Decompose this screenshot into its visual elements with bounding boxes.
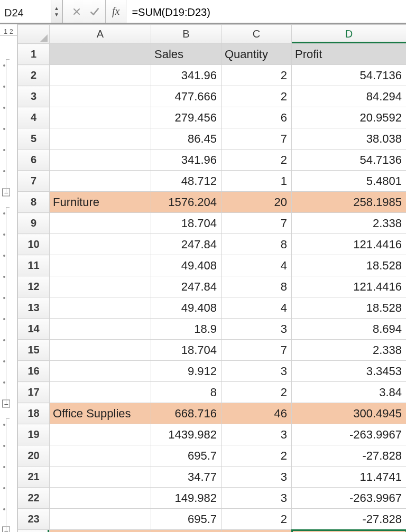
row-header[interactable]: 23: [18, 509, 50, 530]
cell-A11[interactable]: [50, 255, 151, 276]
cell-D23[interactable]: -27.828: [292, 509, 407, 530]
cell-A5[interactable]: [50, 128, 151, 150]
outline-level-header[interactable]: 1 2: [0, 24, 17, 36]
row-header[interactable]: 5: [18, 128, 50, 150]
cell-C10[interactable]: 8: [222, 234, 292, 255]
cell-C15[interactable]: 7: [222, 340, 292, 361]
chevron-up-icon[interactable]: ▲: [51, 5, 62, 12]
cell-B21[interactable]: 34.77: [151, 466, 222, 488]
row-header[interactable]: 3: [18, 86, 50, 107]
cell-C21[interactable]: 3: [222, 466, 292, 488]
cell-B9[interactable]: 18.704: [151, 213, 222, 234]
cell-D10[interactable]: 121.4416: [292, 234, 407, 255]
cell-A13[interactable]: [50, 297, 151, 319]
cell-A19[interactable]: [50, 424, 151, 445]
cell-A21[interactable]: [50, 466, 151, 488]
cell-C7[interactable]: 1: [222, 171, 292, 192]
cell-B19[interactable]: 1439.982: [151, 424, 222, 445]
cell-D7[interactable]: 5.4801: [292, 171, 407, 192]
col-header-d[interactable]: D: [292, 25, 407, 44]
cell-C9[interactable]: 7: [222, 213, 292, 234]
cell-B13[interactable]: 49.408: [151, 297, 222, 319]
cell-A12[interactable]: [50, 276, 151, 297]
cell-C12[interactable]: 8: [222, 276, 292, 297]
cell-D4[interactable]: 20.9592: [292, 107, 407, 128]
accept-icon[interactable]: [89, 6, 100, 17]
cell-C2[interactable]: 2: [222, 65, 292, 86]
cell-B3[interactable]: 477.666: [151, 86, 222, 107]
row-header[interactable]: 11: [18, 255, 50, 276]
outline-level-1[interactable]: 1: [4, 28, 7, 35]
col-header-a[interactable]: A: [50, 25, 151, 44]
cell-C23[interactable]: 2: [222, 509, 292, 530]
cell-A6[interactable]: [50, 150, 151, 171]
cell-D3[interactable]: 84.294: [292, 86, 407, 107]
formula-input[interactable]: [126, 0, 406, 23]
cell-A7[interactable]: [50, 171, 151, 192]
cell-D6[interactable]: 54.7136: [292, 150, 407, 171]
cell-B14[interactable]: 18.9: [151, 319, 222, 340]
row-header[interactable]: 9: [18, 213, 50, 234]
cell-B12[interactable]: 247.84: [151, 276, 222, 297]
cell-A1[interactable]: [50, 44, 151, 65]
cell-B10[interactable]: 247.84: [151, 234, 222, 255]
row-header[interactable]: 2: [18, 65, 50, 86]
row-header[interactable]: 20: [18, 445, 50, 466]
row-header[interactable]: 13: [18, 297, 50, 319]
row-header[interactable]: 1: [18, 44, 50, 65]
cell-B4[interactable]: 279.456: [151, 107, 222, 128]
row-header[interactable]: 18: [18, 403, 50, 424]
cell-C13[interactable]: 4: [222, 297, 292, 319]
row-header[interactable]: 17: [18, 382, 50, 403]
cell-D22[interactable]: -263.9967: [292, 488, 407, 509]
cell-C14[interactable]: 3: [222, 319, 292, 340]
cell-A14[interactable]: [50, 319, 151, 340]
cell-B24[interactable]: 3016.134: [151, 530, 222, 533]
cancel-icon[interactable]: [71, 6, 82, 17]
grid[interactable]: A B C D 1SalesQuantityProfit2341.96254.7…: [17, 24, 406, 532]
col-header-c[interactable]: C: [222, 25, 292, 44]
cell-D8[interactable]: 258.1985: [292, 192, 407, 213]
cell-C5[interactable]: 7: [222, 128, 292, 150]
cell-C18[interactable]: 46: [222, 403, 292, 424]
cell-A24[interactable]: Technology: [50, 530, 151, 533]
cell-C20[interactable]: 2: [222, 445, 292, 466]
cell-B22[interactable]: 149.982: [151, 488, 222, 509]
row-header[interactable]: 4: [18, 107, 50, 128]
select-all-corner[interactable]: [18, 25, 50, 44]
cell-B15[interactable]: 18.704: [151, 340, 222, 361]
cell-C24[interactable]: 13: [222, 530, 292, 533]
cell-D21[interactable]: 11.4741: [292, 466, 407, 488]
outline-level-2[interactable]: 2: [10, 28, 13, 35]
cell-C3[interactable]: 2: [222, 86, 292, 107]
row-header[interactable]: 15: [18, 340, 50, 361]
row-header[interactable]: 19: [18, 424, 50, 445]
cell-A17[interactable]: [50, 382, 151, 403]
cell-B8[interactable]: 1576.204: [151, 192, 222, 213]
cell-A9[interactable]: [50, 213, 151, 234]
cell-D20[interactable]: -27.828: [292, 445, 407, 466]
cell-C19[interactable]: 3: [222, 424, 292, 445]
cell-B23[interactable]: 695.7: [151, 509, 222, 530]
cell-C6[interactable]: 2: [222, 150, 292, 171]
row-header[interactable]: 14: [18, 319, 50, 340]
name-box-stepper[interactable]: ▲ ▼: [51, 0, 62, 23]
cell-B18[interactable]: 668.716: [151, 403, 222, 424]
cell-B11[interactable]: 49.408: [151, 255, 222, 276]
cell-C22[interactable]: 3: [222, 488, 292, 509]
cell-A23[interactable]: [50, 509, 151, 530]
row-header[interactable]: 10: [18, 234, 50, 255]
cell-D24[interactable]: -572.1753: [292, 530, 407, 533]
cell-B5[interactable]: 86.45: [151, 128, 222, 150]
cell-D2[interactable]: 54.7136: [292, 65, 407, 86]
cell-D15[interactable]: 2.338: [292, 340, 407, 361]
cell-A2[interactable]: [50, 65, 151, 86]
cell-B2[interactable]: 341.96: [151, 65, 222, 86]
cell-D11[interactable]: 18.528: [292, 255, 407, 276]
cell-D18[interactable]: 300.4945: [292, 403, 407, 424]
cell-A16[interactable]: [50, 361, 151, 382]
cell-C16[interactable]: 3: [222, 361, 292, 382]
row-header[interactable]: 6: [18, 150, 50, 171]
name-box[interactable]: [0, 0, 51, 23]
cell-D14[interactable]: 8.694: [292, 319, 407, 340]
